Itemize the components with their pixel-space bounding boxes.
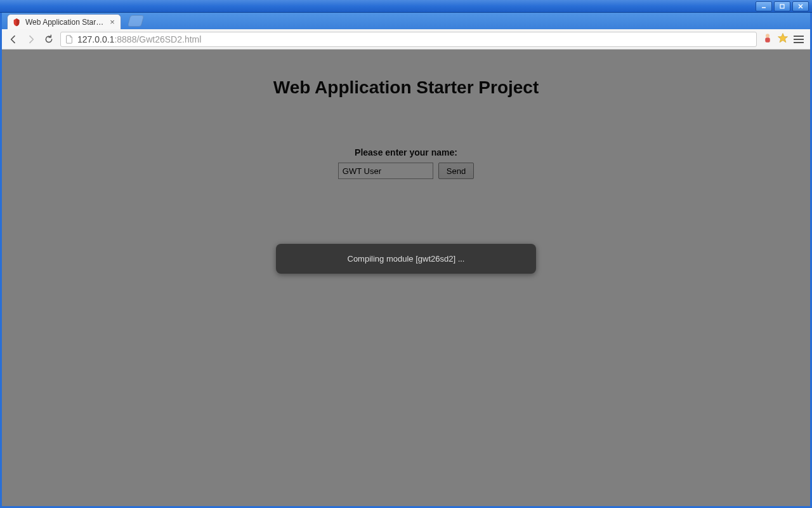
- url-path: :8888/Gwt26SD2.html: [114, 34, 201, 44]
- bookmark-star-icon[interactable]: [777, 32, 789, 46]
- window-minimize-button[interactable]: [756, 1, 772, 11]
- browser-tab[interactable]: Web Application Starter Proj ×: [7, 14, 121, 29]
- viewport: Web Application Starter Project Please e…: [2, 50, 810, 506]
- svg-rect-5: [765, 37, 770, 43]
- browser-toolbar: 127.0.0.1:8888/Gwt26SD2.html: [2, 29, 810, 50]
- status-message: Compiling module [gwt26sd2] ...: [348, 254, 465, 264]
- tab-title: Web Application Starter Proj: [25, 18, 105, 27]
- menu-button[interactable]: [792, 33, 805, 46]
- tab-strip: Web Application Starter Proj ×: [2, 13, 810, 29]
- url-host: 127.0.0.1: [77, 34, 114, 44]
- back-button[interactable]: [7, 33, 20, 46]
- page-icon: [65, 35, 74, 44]
- window-controls: [752, 0, 812, 12]
- forward-button[interactable]: [25, 33, 37, 46]
- new-tab-button[interactable]: [128, 15, 145, 27]
- svg-rect-1: [780, 4, 784, 8]
- favicon-icon: [11, 17, 22, 27]
- status-toast: Compiling module [gwt26sd2] ...: [276, 244, 536, 274]
- toolbar-actions: [762, 32, 805, 46]
- reload-button[interactable]: [43, 33, 55, 46]
- window-close-button[interactable]: [792, 1, 809, 11]
- tab-close-button[interactable]: ×: [108, 18, 117, 27]
- window-maximize-button[interactable]: [774, 1, 790, 11]
- address-bar[interactable]: 127.0.0.1:8888/Gwt26SD2.html: [60, 32, 757, 47]
- profile-icon[interactable]: [762, 32, 773, 46]
- loading-overlay: Compiling module [gwt26sd2] ...: [2, 50, 810, 506]
- browser-window: Web Application Starter Proj × 127.0.0.1…: [0, 13, 812, 508]
- svg-point-4: [766, 34, 769, 37]
- window-titlebar: [0, 0, 812, 13]
